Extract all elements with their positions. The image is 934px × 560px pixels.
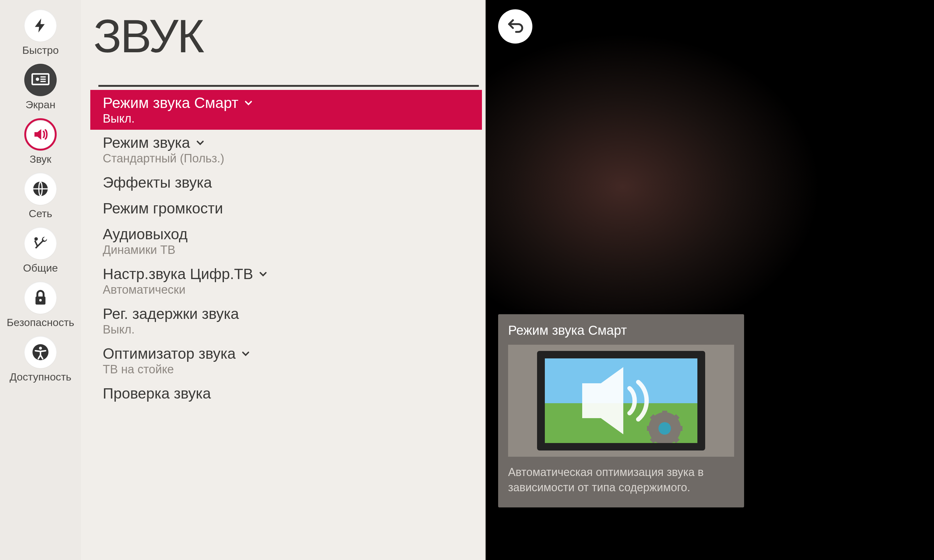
row-sound-effects[interactable]: Эффекты звука: [90, 169, 482, 195]
page-title: ЗВУК: [90, 9, 482, 63]
row-smart-sound-mode[interactable]: Режим звука Смарт Выкл.: [90, 90, 482, 130]
row-sound-optimizer[interactable]: Оптимизатор звука ТВ на стойке: [90, 341, 482, 380]
svg-point-1: [36, 77, 39, 81]
help-card: Режим звука Смарт: [498, 314, 744, 508]
row-digital-tv-sound[interactable]: Настр.звука Цифр.ТВ Автоматически: [90, 261, 482, 301]
rail-label: Общие: [23, 262, 58, 274]
rail-item-general[interactable]: Общие: [0, 227, 81, 274]
row-title-text: Проверка звука: [103, 385, 211, 402]
screen-icon: [24, 64, 57, 96]
sound-icon: [24, 118, 57, 151]
category-rail: Быстро Экран Звук Сеть Общие: [0, 0, 81, 560]
back-button[interactable]: [498, 9, 532, 43]
row-sub-text: Стандартный (Польз.): [103, 152, 472, 165]
row-sound-mode[interactable]: Режим звука Стандартный (Польз.): [90, 130, 482, 169]
svg-point-9: [39, 299, 42, 302]
row-sub-text: Выкл.: [103, 112, 472, 125]
row-sub-text: Выкл.: [103, 323, 472, 336]
help-illustration: [508, 345, 734, 457]
rail-item-sound[interactable]: Звук: [0, 118, 81, 165]
settings-panel: Быстро Экран Звук Сеть Общие: [0, 0, 485, 560]
row-sub-text: Динамики ТВ: [103, 243, 472, 257]
accessibility-icon: [24, 336, 57, 368]
svg-point-13: [658, 422, 671, 435]
row-audio-out[interactable]: Аудиовыход Динамики ТВ: [90, 221, 482, 261]
rail-label: Безопасность: [7, 316, 74, 329]
row-volume-mode[interactable]: Режим громкости: [90, 195, 482, 221]
svg-rect-15: [662, 440, 667, 443]
svg-rect-14: [662, 411, 667, 417]
chevron-down-icon: [257, 268, 269, 280]
row-title-text: Рег. задержки звука: [103, 305, 239, 322]
rail-label: Звук: [29, 153, 51, 165]
row-title-text: Режим громкости: [103, 200, 223, 217]
globe-icon: [24, 173, 57, 205]
svg-rect-16: [647, 426, 653, 431]
rail-item-picture[interactable]: Экран: [0, 64, 81, 111]
row-title-text: Аудиовыход: [103, 226, 188, 243]
chevron-down-icon: [194, 137, 206, 148]
title-divider: [99, 85, 479, 87]
back-arrow-icon: [506, 17, 525, 36]
svg-rect-7: [34, 240, 38, 246]
rail-label: Сеть: [29, 208, 52, 220]
bolt-icon: [24, 9, 57, 42]
settings-list: Режим звука Смарт Выкл. Режим звука Стан…: [90, 90, 482, 406]
help-title: Режим звука Смарт: [508, 323, 734, 338]
row-sub-text: ТВ на стойке: [103, 363, 472, 376]
svg-rect-17: [676, 426, 683, 431]
chevron-down-icon: [243, 97, 254, 109]
row-sub-text: Автоматически: [103, 283, 472, 297]
svg-point-11: [39, 347, 42, 350]
rail-label: Экран: [26, 98, 55, 111]
row-sound-test[interactable]: Проверка звука: [90, 380, 482, 406]
rail-item-quick[interactable]: Быстро: [0, 9, 81, 56]
rail-item-accessibility[interactable]: Доступность: [0, 336, 81, 383]
lock-icon: [24, 282, 57, 314]
tv-frame-graphic: [537, 351, 705, 451]
row-title-text: Режим звука: [103, 134, 190, 151]
row-title-text: Режим звука Смарт: [103, 94, 239, 111]
tv-screen-graphic: [545, 358, 697, 443]
help-description: Автоматическая оптимизация звука в завис…: [508, 465, 734, 495]
rail-label: Доступность: [10, 371, 72, 383]
row-av-sync[interactable]: Рег. задержки звука Выкл.: [90, 301, 482, 341]
svg-point-6: [34, 237, 38, 240]
rail-item-security[interactable]: Безопасность: [0, 282, 81, 329]
rail-item-network[interactable]: Сеть: [0, 173, 81, 220]
row-title-text: Оптимизатор звука: [103, 345, 236, 362]
rail-label: Быстро: [22, 44, 59, 56]
tools-icon: [24, 227, 57, 260]
row-title-text: Настр.звука Цифр.ТВ: [103, 265, 253, 283]
settings-main: ЗВУК Режим звука Смарт Выкл. Режим звука…: [81, 0, 485, 560]
row-title-text: Эффекты звука: [103, 174, 212, 191]
chevron-down-icon: [240, 348, 251, 359]
